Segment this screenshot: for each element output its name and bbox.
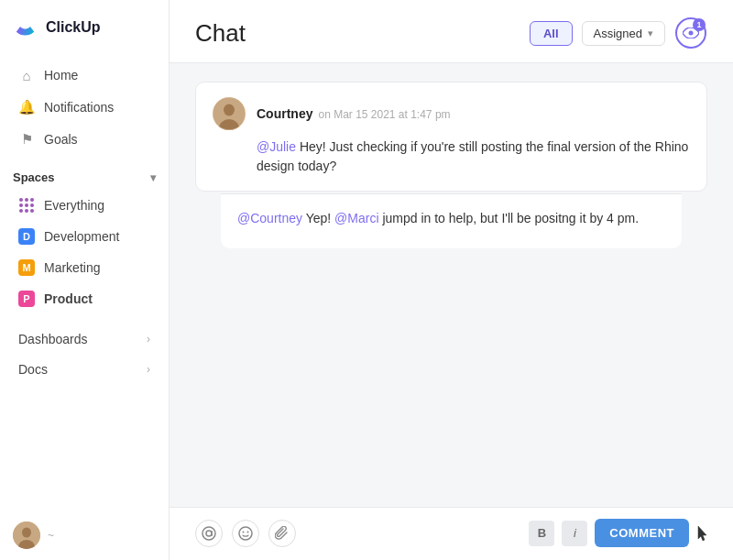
paperclip-icon: [275, 526, 290, 541]
chat-area: Courtney on Mar 15 2021 at 1:47 pm @Juli…: [170, 63, 733, 560]
bell-icon: 🔔: [18, 99, 35, 115]
notification-badge: 1: [693, 18, 706, 31]
messages-container: Courtney on Mar 15 2021 at 1:47 pm @Juli…: [170, 63, 733, 507]
logo-area[interactable]: ClickUp: [0, 0, 169, 55]
assigned-label: Assigned: [594, 27, 642, 40]
reply-text-1: Yep!: [306, 211, 334, 225]
docs-label: Docs: [18, 362, 48, 377]
main-content: Chat All Assigned ▾ 1: [170, 0, 733, 560]
nav-goals-label: Goals: [44, 132, 78, 147]
sidebar-item-marketing-label: Marketing: [44, 260, 100, 275]
product-icon: P: [18, 291, 35, 307]
development-icon: D: [18, 228, 35, 245]
nav-home-label: Home: [44, 68, 78, 82]
dashboards-label: Dashboards: [18, 332, 88, 346]
clickup-logo-icon: [13, 15, 38, 40]
user-menu-arrow: ~: [48, 529, 54, 542]
courtney-avatar: [213, 97, 246, 130]
message-author-1: Courtney: [257, 106, 312, 121]
grid-icon: [18, 197, 35, 214]
sidebar-item-product-label: Product: [44, 291, 93, 306]
mention-julie: @Julie: [257, 139, 296, 154]
composer-right: B i COMMENT: [529, 519, 707, 547]
mention-courtney: @Courtney: [237, 211, 302, 225]
nav-home[interactable]: ⌂ Home: [5, 60, 163, 91]
sidebar-item-everything-label: Everything: [44, 198, 104, 213]
sidebar-footer: ~: [0, 511, 169, 560]
message-header-1: Courtney on Mar 15 2021 at 1:47 pm: [213, 97, 690, 130]
emoji-icon: [238, 526, 253, 541]
sidebar-item-development[interactable]: D Development: [5, 222, 163, 251]
docs-item[interactable]: Docs ›: [5, 355, 163, 384]
message-meta-1: Courtney on Mar 15 2021 at 1:47 pm: [257, 106, 451, 121]
message-text-1: Hey! Just checking if you're still posti…: [257, 139, 688, 173]
header-controls: All Assigned ▾ 1: [530, 16, 707, 49]
chevron-right-docs-icon: ›: [147, 363, 150, 376]
sidebar-item-everything[interactable]: Everything: [5, 191, 163, 220]
home-icon: ⌂: [18, 67, 35, 83]
assigned-chevron-icon: ▾: [648, 27, 653, 39]
sidebar-item-development-label: Development: [44, 229, 120, 244]
nav-goals[interactable]: ⚑ Goals: [5, 124, 163, 155]
svg-point-3: [689, 31, 694, 36]
svg-point-9: [206, 531, 212, 536]
filter-all-button[interactable]: All: [530, 21, 573, 46]
filter-assigned-button[interactable]: Assigned ▾: [582, 21, 665, 46]
comment-button[interactable]: COMMENT: [595, 519, 689, 547]
logo-text: ClickUp: [46, 19, 101, 36]
svg-point-11: [239, 527, 252, 540]
spaces-section-header[interactable]: Spaces ▾: [0, 159, 169, 190]
mention-marci: @Marci: [334, 211, 378, 225]
composer-tools: [195, 520, 296, 547]
nav-notifications[interactable]: 🔔 Notifications: [5, 92, 163, 123]
at-icon: [202, 526, 216, 541]
attachment-tool-icon[interactable]: [268, 520, 296, 547]
emoji-tool-icon[interactable]: [232, 520, 259, 547]
chevron-down-icon: ▾: [150, 171, 156, 184]
svg-point-5: [224, 104, 235, 116]
eye-badge[interactable]: 1: [674, 16, 707, 49]
page-title: Chat: [195, 19, 246, 48]
flag-icon: ⚑: [18, 131, 35, 148]
user-avatar[interactable]: [13, 522, 40, 549]
message-body-1: @Julie Hey! Just checking if you're stil…: [257, 137, 690, 176]
svg-point-13: [247, 531, 249, 533]
svg-point-8: [202, 527, 215, 540]
sidebar: ClickUp ⌂ Home 🔔 Notifications ⚑ Goals S…: [0, 0, 170, 560]
message-block-1: Courtney on Mar 15 2021 at 1:47 pm @Juli…: [195, 82, 707, 192]
reply-block: @Courtney Yep! @Marci jumpd in to help, …: [221, 193, 682, 248]
message-time-1: on Mar 15 2021 at 1:47 pm: [318, 108, 450, 121]
marketing-icon: M: [18, 259, 35, 276]
nav-notifications-label: Notifications: [44, 100, 114, 115]
reply-text: @Courtney Yep! @Marci jumpd in to help, …: [237, 209, 665, 228]
main-header: Chat All Assigned ▾ 1: [170, 0, 733, 63]
svg-point-1: [22, 528, 31, 538]
svg-point-12: [243, 531, 245, 533]
sidebar-item-marketing[interactable]: M Marketing: [5, 253, 163, 282]
composer: B i COMMENT: [170, 507, 733, 560]
sidebar-item-product[interactable]: P Product: [5, 284, 163, 313]
cursor-icon: [696, 524, 707, 543]
courtney-avatar-img: [213, 97, 246, 130]
mention-tool-icon[interactable]: [195, 520, 223, 547]
format-bold-button[interactable]: B: [529, 521, 554, 546]
spaces-label: Spaces: [13, 170, 55, 184]
format-italic-button[interactable]: i: [562, 521, 587, 546]
reply-text-2: jumpd in to help, but I'll be positng it…: [382, 211, 639, 225]
sidebar-bottom: Dashboards › Docs ›: [0, 324, 169, 385]
chevron-right-icon: ›: [147, 333, 150, 346]
avatar-image: [13, 522, 40, 549]
dashboards-item[interactable]: Dashboards ›: [5, 324, 163, 354]
nav-items: ⌂ Home 🔔 Notifications ⚑ Goals: [0, 55, 169, 159]
